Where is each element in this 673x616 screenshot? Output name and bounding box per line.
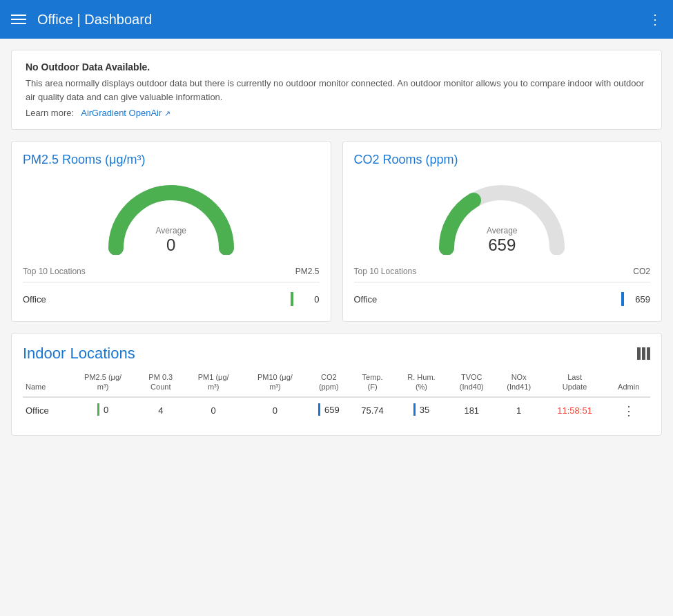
col-pm03: PM 0.3Count — [137, 368, 184, 397]
main-content: No Outdoor Data Available. This area nor… — [0, 39, 673, 447]
admin-menu-button[interactable]: ⋮ — [623, 404, 635, 418]
co2-gauge-footer: Top 10 Locations CO2 — [354, 267, 651, 282]
airgradient-openair-link[interactable]: AirGradient OpenAir ↗ — [79, 108, 170, 118]
col-nox: NOx(Ind41) — [495, 368, 542, 397]
pm25-gauge-footer: Top 10 Locations PM2.5 — [23, 267, 320, 282]
pm25-location-name: Office — [23, 294, 291, 305]
outdoor-banner-title: No Outdoor Data Available. — [26, 61, 647, 73]
cell-tvoc: 181 — [448, 397, 495, 424]
pm25-gauge-container: Average 0 — [23, 175, 320, 258]
col-tvoc: TVOC(Ind40) — [448, 368, 495, 397]
co2-bar-indicator: 659 — [621, 292, 650, 306]
table-pm25-bar — [97, 403, 99, 416]
col-co2: CO2(ppm) — [307, 368, 350, 397]
cell-co2: 659 — [307, 397, 350, 424]
indoor-card-header: Indoor Locations — [23, 345, 650, 363]
co2-avg-text: Average — [487, 226, 517, 235]
table-header-row: Name PM2.5 (μg/m³) PM 0.3Count PM1 (μg/m… — [23, 368, 650, 397]
cell-pm03: 4 — [137, 397, 184, 424]
pm25-footer-right: PM2.5 — [295, 267, 320, 276]
co2-gauge-label: Average 659 — [487, 226, 517, 255]
outdoor-banner-learn-more: Learn more: AirGradient OpenAir ↗ — [26, 108, 647, 118]
pm25-card: PM2.5 Rooms (μg/m³) Average 0 — [11, 141, 331, 322]
cell-temp: 75.74 — [350, 397, 395, 424]
pm25-location-value: 0 — [299, 294, 320, 305]
co2-location-row: Office 659 — [354, 288, 651, 310]
col-bar-1 — [637, 347, 641, 360]
menu-button[interactable] — [11, 15, 26, 24]
pm25-location-row: Office 0 — [23, 288, 320, 310]
co2-gauge-container: Average 659 — [354, 175, 651, 258]
pm25-cell-bar: 0 — [97, 403, 108, 416]
cell-rhum: 35 — [395, 397, 448, 424]
indoor-locations-title: Indoor Locations — [23, 345, 135, 363]
last-update-value: 11:58:51 — [557, 405, 592, 416]
co2-card: CO2 Rooms (ppm) Average — [342, 141, 663, 322]
pm25-avg-value: 0 — [156, 235, 186, 255]
co2-location-name: Office — [354, 294, 622, 305]
pm25-footer-left: Top 10 Locations — [23, 267, 86, 276]
cell-nox: 1 — [495, 397, 542, 424]
table-rhum-bar — [413, 403, 416, 416]
pm25-gauge-label: Average 0 — [156, 226, 186, 255]
pm25-card-title: PM2.5 Rooms (μg/m³) — [23, 153, 320, 167]
co2-avg-value: 659 — [487, 235, 517, 255]
pm25-gauge-wrap: Average 0 — [102, 179, 240, 255]
more-icon: ⋮ — [648, 12, 662, 27]
cell-pm25: 0 — [69, 397, 137, 424]
col-pm10: PM10 (μg/m³) — [242, 368, 307, 397]
col-rhum: R. Hum.(%) — [395, 368, 448, 397]
co2-footer-left: Top 10 Locations — [354, 267, 417, 276]
col-last-update: LastUpdate — [543, 368, 607, 397]
page-title: Office | Dashboard — [37, 12, 152, 28]
table-co2-bar — [318, 403, 320, 416]
col-bar-2 — [642, 347, 645, 360]
columns-toggle-button[interactable] — [637, 347, 650, 360]
pm25-bar-indicator: 0 — [291, 292, 320, 306]
co2-location-value: 659 — [630, 294, 650, 305]
table-row: Office040065975.7435181111:58:51⋮ — [23, 397, 650, 424]
col-bar-3 — [647, 347, 650, 360]
gauge-row: PM2.5 Rooms (μg/m³) Average 0 — [11, 141, 662, 322]
cell-name: Office — [23, 397, 69, 424]
app-header: Office | Dashboard ⋮ — [0, 0, 673, 39]
co2-footer-right: CO2 — [633, 267, 650, 276]
outdoor-banner-description: This area normally displays outdoor data… — [26, 77, 647, 104]
indoor-locations-card: Indoor Locations Name PM2.5 (μg/m³) PM 0… — [11, 333, 662, 436]
external-link-icon: ↗ — [164, 109, 170, 117]
col-pm25: PM2.5 (μg/m³) — [69, 368, 137, 397]
pm25-avg-text: Average — [156, 226, 186, 235]
cell-last-update: 11:58:51 — [543, 397, 607, 424]
col-pm1: PM1 (μg/m³) — [184, 368, 242, 397]
co2-gauge-wrap: Average 659 — [433, 179, 571, 255]
rhum-cell-bar: 35 — [413, 403, 429, 416]
cell-admin[interactable]: ⋮ — [607, 397, 650, 424]
indoor-locations-table: Name PM2.5 (μg/m³) PM 0.3Count PM1 (μg/m… — [23, 368, 650, 424]
pm25-bar-green — [291, 292, 293, 306]
col-temp: Temp.(F) — [350, 368, 395, 397]
col-name: Name — [23, 368, 69, 397]
co2-bar-blue — [621, 292, 624, 306]
more-menu-button[interactable]: ⋮ — [648, 11, 662, 28]
co2-cell-bar: 659 — [318, 403, 340, 416]
co2-card-title: CO2 Rooms (ppm) — [354, 153, 651, 167]
cell-pm1: 0 — [184, 397, 242, 424]
outdoor-banner: No Outdoor Data Available. This area nor… — [11, 50, 662, 130]
cell-pm10: 0 — [242, 397, 307, 424]
learn-more-label: Learn more: — [26, 108, 74, 118]
col-admin: Admin — [607, 368, 650, 397]
